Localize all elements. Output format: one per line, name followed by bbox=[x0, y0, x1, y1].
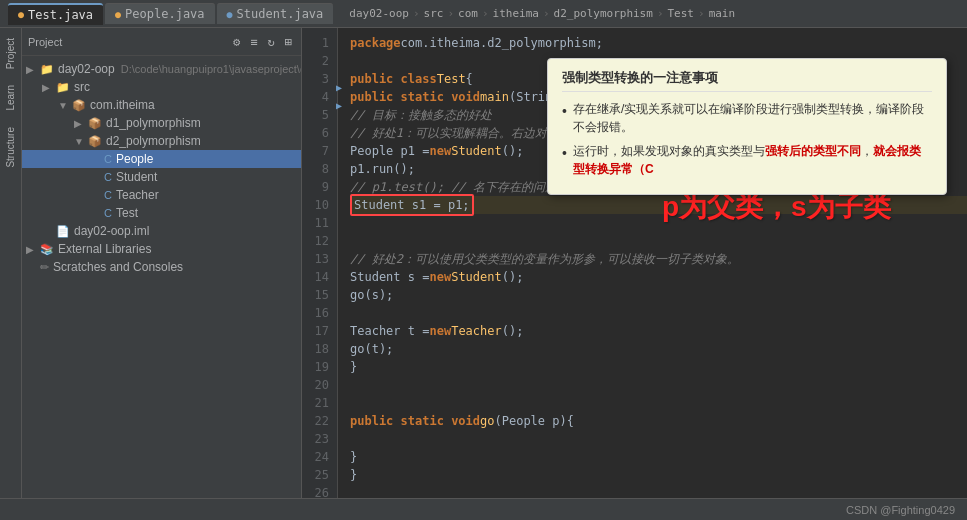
breadcrumb: day02-oop › src › com › itheima › d2_pol… bbox=[349, 7, 735, 20]
arrow-icon: ▶ bbox=[26, 244, 40, 255]
package-icon: 📦 bbox=[88, 135, 102, 148]
package-icon: 📦 bbox=[72, 99, 86, 112]
arrow-icon: ▶ bbox=[74, 118, 88, 129]
tab-icon-people: ● bbox=[115, 9, 121, 20]
class-icon-student: C bbox=[104, 171, 112, 183]
sidebar-item-teacher[interactable]: C Teacher bbox=[22, 186, 301, 204]
sidebar-item-iml[interactable]: 📄 day02-oop.iml bbox=[22, 222, 301, 240]
code-line-23 bbox=[350, 430, 967, 448]
red-box-highlight: Student s1 = p1; bbox=[350, 194, 474, 216]
iml-icon: 📄 bbox=[56, 225, 70, 238]
sidebar-item-src[interactable]: ▶ 📁 src bbox=[22, 78, 301, 96]
annotation-title: 强制类型转换的一注意事项 bbox=[562, 69, 932, 92]
code-line-24: } bbox=[350, 448, 967, 466]
code-line-12 bbox=[350, 232, 967, 250]
item-label-teacher: Teacher bbox=[116, 188, 159, 202]
code-line-26 bbox=[350, 484, 967, 498]
sidebar-tab-structure[interactable]: Structure bbox=[3, 121, 18, 174]
sidebar-toolbar: Project ⚙ ≡ ↻ ⊞ bbox=[22, 28, 301, 56]
item-label-test: Test bbox=[116, 206, 138, 220]
code-line-21 bbox=[350, 394, 967, 412]
scratches-icon: ✏ bbox=[40, 261, 49, 274]
sidebar: Project ⚙ ≡ ↻ ⊞ ▶ 📁 day02-oop D:\code\hu… bbox=[22, 28, 302, 498]
item-label-com-itheima: com.itheima bbox=[90, 98, 155, 112]
tab-people-java[interactable]: ● People.java bbox=[105, 3, 215, 24]
tab-label-test: Test.java bbox=[28, 8, 93, 22]
run-arrow-icon: ▶ bbox=[336, 97, 342, 115]
tab-label-student: Student.java bbox=[237, 7, 324, 21]
sidebar-icon-cog[interactable]: ⚙ bbox=[230, 33, 243, 51]
code-line-25: } bbox=[350, 466, 967, 484]
item-label-scratches: Scratches and Consoles bbox=[53, 260, 183, 274]
sidebar-item-student[interactable]: C Student bbox=[22, 168, 301, 186]
code-line-1: package com.itheima.d2_polymorphism; bbox=[350, 34, 967, 52]
sidebar-item-test[interactable]: C Test bbox=[22, 204, 301, 222]
tab-test-java[interactable]: ● Test.java bbox=[8, 3, 103, 25]
annotation-item-2: • 运行时，如果发现对象的真实类型与强转后的类型不同，就会报类型转换异常（C bbox=[562, 142, 932, 178]
sidebar-item-people[interactable]: C People bbox=[22, 150, 301, 168]
sidebar-content: ▶ 📁 day02-oop D:\code\huangpuipro1\javas… bbox=[22, 56, 301, 498]
sidebar-icon-refresh[interactable]: ↻ bbox=[265, 33, 278, 51]
tab-icon-student: ● bbox=[227, 9, 233, 20]
tab-icon-test: ● bbox=[18, 9, 24, 20]
src-icon: 📁 bbox=[56, 81, 70, 94]
left-panel-tabs: Project Learn Structure bbox=[0, 28, 22, 498]
tab-student-java[interactable]: ● Student.java bbox=[217, 3, 334, 24]
bottom-bar-credits: CSDN @Fighting0429 bbox=[846, 504, 955, 516]
code-line-15: go(s); bbox=[350, 286, 967, 304]
run-arrow-icon: ▶ bbox=[336, 79, 342, 97]
sidebar-title: Project bbox=[28, 36, 226, 48]
annotation-item-1: • 存在继承/实现关系就可以在编译阶段进行强制类型转换，编译阶段不会报错。 bbox=[562, 100, 932, 136]
code-line-18: go(t); bbox=[350, 340, 967, 358]
sidebar-tab-learn[interactable]: Learn bbox=[3, 79, 18, 117]
line-numbers: 1 2 3 4 5 6 7 8 9 10 11 12 13 14 15 16 1… bbox=[302, 28, 338, 498]
code-line-19: } bbox=[350, 358, 967, 376]
arrow-icon: ▼ bbox=[74, 136, 88, 147]
arrow-icon: ▶ bbox=[26, 64, 40, 75]
item-label-src: src bbox=[74, 80, 90, 94]
main-area: Project Learn Structure Project ⚙ ≡ ↻ ⊞ … bbox=[0, 28, 967, 498]
sidebar-item-d1-polymorphism[interactable]: ▶ 📦 d1_polymorphism bbox=[22, 114, 301, 132]
code-line-22: public static void go(People p){ bbox=[350, 412, 967, 430]
sidebar-tab-project[interactable]: Project bbox=[3, 32, 18, 75]
annotation-popup: 强制类型转换的一注意事项 • 存在继承/实现关系就可以在编译阶段进行强制类型转换… bbox=[547, 58, 947, 195]
folder-icon: 📁 bbox=[40, 63, 54, 76]
item-label-iml: day02-oop.iml bbox=[74, 224, 149, 238]
item-label-student: Student bbox=[116, 170, 157, 184]
class-icon-people: C bbox=[104, 153, 112, 165]
sidebar-icon-collapse[interactable]: ≡ bbox=[247, 33, 260, 51]
code-line-13: // 好处2：可以使用父类类型的变量作为形参，可以接收一切子类对象。 bbox=[350, 250, 967, 268]
item-label-d2: d2_polymorphism bbox=[106, 134, 201, 148]
ext-icon: 📚 bbox=[40, 243, 54, 256]
editor-area: 强制类型转换的一注意事项 • 存在继承/实现关系就可以在编译阶段进行强制类型转换… bbox=[302, 28, 967, 498]
item-label-people: People bbox=[116, 152, 153, 166]
package-icon: 📦 bbox=[88, 117, 102, 130]
arrow-icon: ▼ bbox=[58, 100, 72, 111]
code-line-17: Teacher t = new Teacher(); bbox=[350, 322, 967, 340]
item-path-day02-oop: D:\code\huangpuipro1\javaseproject\da bbox=[121, 63, 301, 75]
sidebar-item-day02-oop[interactable]: ▶ 📁 day02-oop D:\code\huangpuipro1\javas… bbox=[22, 60, 301, 78]
sidebar-item-com-itheima[interactable]: ▼ 📦 com.itheima bbox=[22, 96, 301, 114]
class-icon-teacher: C bbox=[104, 189, 112, 201]
item-label-d1: d1_polymorphism bbox=[106, 116, 201, 130]
code-line-20 bbox=[350, 376, 967, 394]
arrow-icon: ▶ bbox=[42, 82, 56, 93]
tab-bar: ● Test.java ● People.java ● Student.java bbox=[8, 3, 333, 25]
code-line-16 bbox=[350, 304, 967, 322]
sidebar-icon-expand[interactable]: ⊞ bbox=[282, 33, 295, 51]
tab-label-people: People.java bbox=[125, 7, 204, 21]
item-label-ext-libs: External Libraries bbox=[58, 242, 151, 256]
sidebar-item-d2-polymorphism[interactable]: ▼ 📦 d2_polymorphism bbox=[22, 132, 301, 150]
sidebar-item-scratches[interactable]: ✏ Scratches and Consoles bbox=[22, 258, 301, 276]
title-bar: ● Test.java ● People.java ● Student.java… bbox=[0, 0, 967, 28]
item-label-day02-oop: day02-oop bbox=[58, 62, 115, 76]
class-icon-test: C bbox=[104, 207, 112, 219]
bottom-bar: CSDN @Fighting0429 bbox=[0, 498, 967, 520]
sidebar-item-external-libs[interactable]: ▶ 📚 External Libraries bbox=[22, 240, 301, 258]
code-line-14: Student s = new Student(); bbox=[350, 268, 967, 286]
